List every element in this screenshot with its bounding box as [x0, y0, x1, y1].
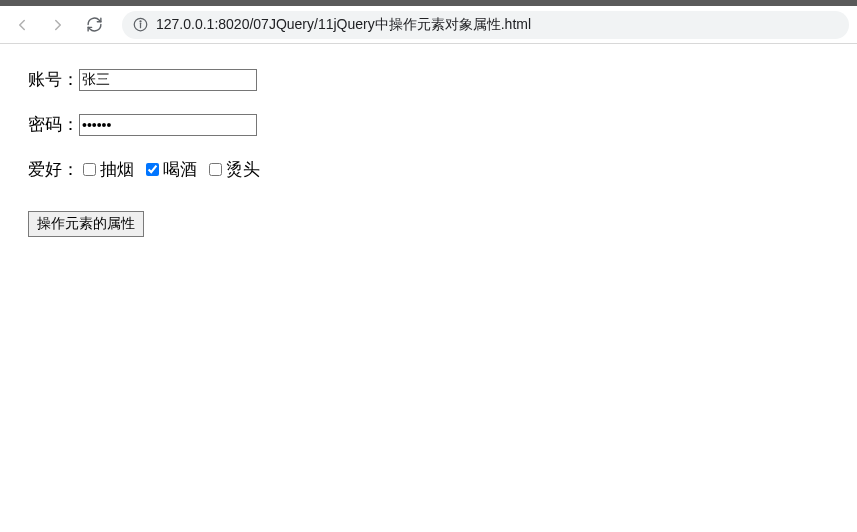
hobby-text-drink: 喝酒 — [163, 158, 197, 181]
hobby-checkbox-drink[interactable] — [146, 163, 159, 176]
address-bar[interactable]: 127.0.0.1:8020/07JQuery/11jQuery中操作元素对象属… — [122, 11, 849, 39]
site-info-icon[interactable] — [132, 17, 148, 33]
password-input[interactable] — [79, 114, 257, 136]
hobby-checkbox-smoke[interactable] — [83, 163, 96, 176]
hobby-label: 爱好： — [28, 158, 79, 181]
account-input[interactable] — [79, 69, 257, 91]
url-text: 127.0.0.1:8020/07JQuery/11jQuery中操作元素对象属… — [156, 16, 531, 34]
hobby-checkbox-perm[interactable] — [209, 163, 222, 176]
browser-toolbar: 127.0.0.1:8020/07JQuery/11jQuery中操作元素对象属… — [0, 6, 857, 44]
hobby-item-perm[interactable]: 烫头 — [209, 158, 260, 181]
hobby-text-smoke: 抽烟 — [100, 158, 134, 181]
account-row: 账号： — [28, 68, 829, 91]
hobby-item-smoke[interactable]: 抽烟 — [83, 158, 134, 181]
forward-button[interactable] — [44, 11, 72, 39]
reload-button[interactable] — [80, 11, 108, 39]
operate-attributes-button[interactable]: 操作元素的属性 — [28, 211, 144, 237]
page-content: 账号： 密码： 爱好： 抽烟 喝酒 烫头 操作元素的属性 — [0, 44, 857, 261]
svg-point-2 — [140, 21, 141, 22]
hobby-item-drink[interactable]: 喝酒 — [146, 158, 197, 181]
back-button[interactable] — [8, 11, 36, 39]
hobby-text-perm: 烫头 — [226, 158, 260, 181]
password-label: 密码： — [28, 113, 79, 136]
hobby-row: 爱好： 抽烟 喝酒 烫头 — [28, 158, 829, 181]
account-label: 账号： — [28, 68, 79, 91]
password-row: 密码： — [28, 113, 829, 136]
